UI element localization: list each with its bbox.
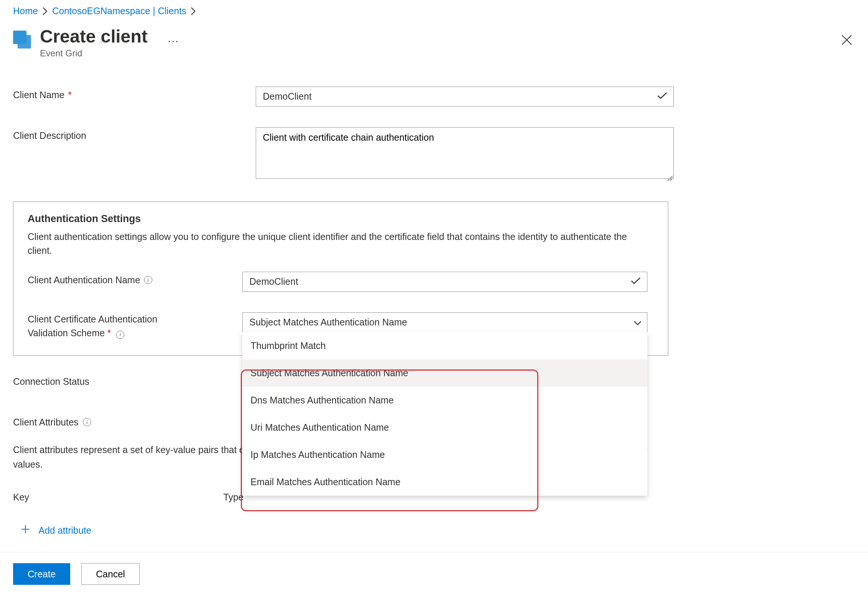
check-icon [631, 276, 641, 287]
more-actions-button[interactable]: ··· [167, 34, 179, 47]
required-indicator: * [68, 90, 72, 100]
client-name-value: DemoClient [263, 91, 312, 102]
client-desc-label-text: Client Description [13, 130, 86, 141]
chevron-down-icon [634, 317, 642, 328]
validation-scheme-option[interactable]: Email Matches Authentication Name [242, 468, 647, 496]
footer-actions: Create Cancel [13, 563, 140, 585]
page-title: Create client [40, 27, 148, 47]
info-icon[interactable]: i [144, 276, 152, 284]
validation-scheme-dropdown[interactable]: Thumbprint MatchSubject Matches Authenti… [242, 332, 647, 496]
auth-section-desc: Client authentication settings allow you… [28, 230, 654, 257]
resource-icon [13, 31, 31, 48]
info-icon[interactable]: i [83, 418, 91, 426]
add-attribute-button[interactable]: Add attribute [13, 524, 855, 536]
validation-scheme-option[interactable]: Subject Matches Authentication Name [242, 360, 647, 387]
chevron-right-icon [42, 7, 48, 15]
add-attribute-label: Add attribute [38, 525, 92, 536]
client-name-input[interactable]: DemoClient [256, 87, 674, 107]
authentication-settings-section: Authentication Settings Client authentic… [13, 202, 668, 356]
client-desc-label: Client Description [13, 127, 256, 141]
validation-scheme-label: Client Certificate Authentication Valida… [28, 312, 242, 340]
close-button[interactable] [840, 33, 853, 48]
breadcrumb: Home ContosoEGNamespace | Clients [13, 6, 855, 17]
validation-scheme-label-l2: Validation Scheme [28, 328, 105, 338]
client-name-label: Client Name * [13, 87, 256, 100]
check-icon [657, 91, 668, 102]
validation-scheme-option[interactable]: Thumbprint Match [242, 332, 647, 360]
create-button[interactable]: Create [13, 563, 70, 585]
cancel-button[interactable]: Cancel [81, 563, 140, 585]
validation-scheme-option[interactable]: Uri Matches Authentication Name [242, 414, 647, 441]
plus-icon [21, 524, 30, 536]
auth-name-label: Client Authentication Name i [28, 272, 242, 286]
auth-name-input[interactable]: DemoClient [242, 272, 647, 292]
validation-scheme-select[interactable]: Subject Matches Authentication Name [242, 312, 647, 333]
required-indicator: * [107, 328, 111, 338]
breadcrumb-namespace[interactable]: ContosoEGNamespace | Clients [52, 6, 186, 17]
page-subtitle: Event Grid [40, 48, 148, 59]
auth-section-title: Authentication Settings [28, 213, 654, 225]
client-desc-input[interactable] [256, 127, 674, 179]
validation-scheme-option[interactable]: Ip Matches Authentication Name [242, 441, 647, 468]
page-header: Create client Event Grid ··· [13, 27, 855, 59]
key-column-header: Key [13, 492, 29, 503]
chevron-right-icon [191, 7, 196, 15]
auth-name-label-text: Client Authentication Name [28, 275, 140, 286]
client-name-label-text: Client Name [13, 90, 65, 100]
breadcrumb-home[interactable]: Home [13, 6, 38, 17]
type-column-header: Type [223, 492, 243, 503]
footer-divider [0, 552, 868, 552]
validation-scheme-selected: Subject Matches Authentication Name [249, 317, 407, 328]
validation-scheme-option[interactable]: Dns Matches Authentication Name [242, 387, 647, 414]
info-icon[interactable]: i [116, 331, 124, 339]
auth-name-value: DemoClient [249, 276, 298, 287]
validation-scheme-label-l1: Client Certificate Authentication [28, 312, 242, 327]
